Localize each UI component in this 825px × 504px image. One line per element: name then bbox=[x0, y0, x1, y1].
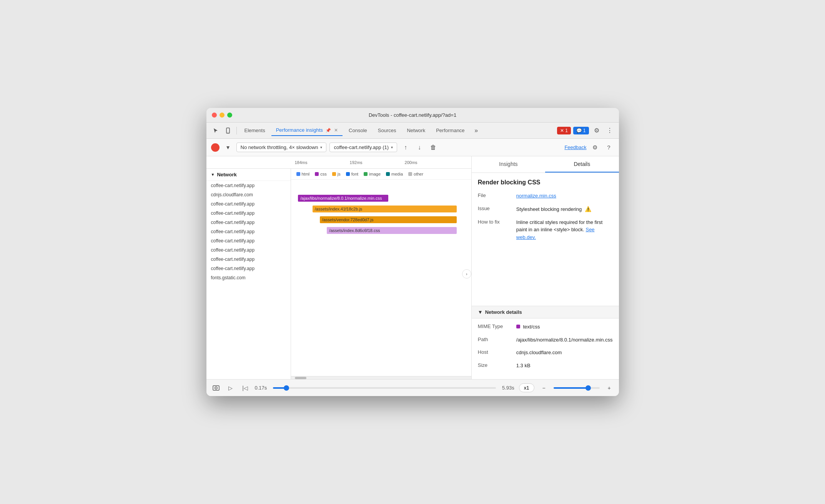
list-item[interactable]: coffee-cart.netlify.app bbox=[206, 245, 291, 255]
legend-media: media bbox=[386, 172, 403, 176]
window-title: DevTools - coffee-cart.netlify.app/?ad=1 bbox=[369, 112, 456, 118]
record-dropdown-icon[interactable]: ▾ bbox=[223, 142, 233, 153]
file-label: File bbox=[478, 192, 516, 198]
scroll-right-icon[interactable]: › bbox=[462, 269, 471, 279]
details-content: Render blocking CSS File normalize.min.c… bbox=[472, 173, 619, 306]
mime-type-row: MIME Type text/css bbox=[478, 323, 613, 331]
scroll-thumb[interactable] bbox=[295, 377, 306, 379]
more-tabs-icon[interactable]: » bbox=[471, 125, 482, 136]
time-mark-2: 192ms bbox=[350, 160, 363, 165]
error-badge[interactable]: ✕ 1 bbox=[557, 127, 571, 134]
help-icon[interactable]: ? bbox=[604, 142, 614, 153]
throttle-dropdown[interactable]: No network throttling, 4× slowdown ▾ bbox=[236, 143, 327, 152]
zoom-out-icon[interactable]: − bbox=[539, 383, 549, 393]
list-item[interactable]: coffee-cart.netlify.app bbox=[206, 218, 291, 227]
pin-icon: 📌 bbox=[326, 128, 331, 133]
tab-network[interactable]: Network bbox=[402, 125, 430, 136]
waterfall-row[interactable]: /assets/vendor.728ed0d7.js bbox=[291, 214, 471, 225]
horizontal-scrollbar[interactable] bbox=[291, 376, 471, 379]
tab-console[interactable]: Console bbox=[344, 125, 372, 136]
legend-font: font bbox=[346, 172, 358, 176]
tab-insights[interactable]: Insights bbox=[472, 156, 545, 172]
size-row: Size 1.3 kB bbox=[478, 362, 613, 370]
end-time: 5.93s bbox=[502, 385, 514, 391]
legend-image: image bbox=[364, 172, 381, 176]
tab-details[interactable]: Details bbox=[545, 156, 619, 172]
host-row: Host cdnjs.cloudflare.com bbox=[478, 349, 613, 356]
comment-badge[interactable]: 💬 1 bbox=[573, 127, 589, 134]
close-button[interactable] bbox=[212, 113, 217, 118]
tab-sources[interactable]: Sources bbox=[373, 125, 401, 136]
waterfall-row bbox=[291, 279, 471, 290]
play-icon[interactable]: ▷ bbox=[226, 383, 236, 393]
comment-icon: 💬 bbox=[576, 128, 582, 133]
zoom-track bbox=[554, 387, 588, 389]
waterfall-rows: /ajax/libs/normalize/8.0.1/normalize.min… bbox=[291, 180, 471, 303]
target-dropdown[interactable]: coffee-cart.netlify.app (1) ▾ bbox=[329, 143, 397, 152]
upload-icon[interactable]: ↑ bbox=[400, 142, 411, 153]
maximize-button[interactable] bbox=[227, 113, 232, 118]
delete-icon[interactable]: 🗑 bbox=[428, 142, 439, 153]
mime-type-label: MIME Type bbox=[478, 323, 516, 329]
zoom-slider[interactable] bbox=[554, 387, 600, 389]
mobile-icon[interactable] bbox=[223, 125, 233, 136]
settings-gear-icon[interactable]: ⚙ bbox=[590, 142, 600, 153]
waterfall-row bbox=[291, 182, 471, 193]
path-value: /ajax/libs/normalize/8.0.1/normalize.min… bbox=[516, 336, 613, 344]
feedback-button[interactable]: Feedback bbox=[564, 144, 586, 150]
list-item[interactable]: coffee-cart.netlify.app bbox=[206, 227, 291, 236]
start-time: 0.17s bbox=[255, 385, 267, 391]
waterfall-row[interactable]: /ajax/libs/normalize/8.0.1/normalize.min… bbox=[291, 193, 471, 204]
secondary-bar: ▾ No network throttling, 4× slowdown ▾ c… bbox=[206, 139, 619, 156]
tab-performance-insights[interactable]: Performance insights 📌 ✕ bbox=[271, 125, 343, 136]
list-item[interactable]: fonts.gstatic.com bbox=[206, 273, 291, 282]
waterfall-legend: html css js font bbox=[291, 169, 471, 180]
file-row: File normalize.min.css bbox=[478, 192, 613, 200]
list-item[interactable]: coffee-cart.netlify.app bbox=[206, 181, 291, 190]
skip-to-start-icon[interactable]: |◁ bbox=[240, 383, 250, 393]
settings-icon[interactable]: ⚙ bbox=[591, 125, 602, 136]
file-link[interactable]: normalize.min.css bbox=[516, 193, 556, 199]
waterfall-row[interactable]: /assets/index.41f18c2b.js bbox=[291, 204, 471, 214]
record-button[interactable] bbox=[211, 143, 220, 152]
list-item[interactable]: coffee-cart.netlify.app bbox=[206, 255, 291, 264]
issue-value: Stylesheet blocking rendering ⚠️ bbox=[516, 205, 613, 213]
zoom-in-icon[interactable]: + bbox=[604, 383, 614, 393]
waterfall-row[interactable]: /assets/index.8d6c6f18.css bbox=[291, 225, 471, 236]
list-item[interactable]: cdnjs.cloudflare.com bbox=[206, 190, 291, 199]
list-item[interactable]: coffee-cart.netlify.app bbox=[206, 199, 291, 209]
path-label: Path bbox=[478, 336, 516, 342]
host-label: Host bbox=[478, 349, 516, 355]
download-icon[interactable]: ↓ bbox=[414, 142, 425, 153]
media-legend-dot bbox=[386, 172, 390, 176]
time-mark-3: 200ms bbox=[405, 160, 417, 165]
screenshot-icon[interactable] bbox=[211, 383, 221, 393]
network-details-section[interactable]: ▼ Network details bbox=[472, 306, 619, 318]
list-item[interactable]: coffee-cart.netlify.app bbox=[206, 236, 291, 245]
list-item[interactable]: coffee-cart.netlify.app bbox=[206, 264, 291, 273]
vendor-js-bar[interactable]: /assets/vendor.728ed0d7.js bbox=[320, 216, 457, 223]
speed-selector[interactable]: x1 bbox=[519, 383, 534, 392]
waterfall-row bbox=[291, 236, 471, 247]
minimize-button[interactable] bbox=[220, 113, 225, 118]
tab-performance[interactable]: Performance bbox=[431, 125, 469, 136]
more-options-icon[interactable]: ⋮ bbox=[604, 125, 615, 136]
tab-close-icon[interactable]: ✕ bbox=[334, 128, 338, 133]
index-css-bar[interactable]: /assets/index.8d6c6f18.css bbox=[327, 227, 457, 234]
timeline-scrubber[interactable] bbox=[273, 387, 496, 389]
tab-elements[interactable]: Elements bbox=[240, 125, 270, 136]
waterfall-area: html css js font bbox=[291, 169, 471, 379]
image-legend-dot bbox=[364, 172, 368, 176]
titlebar: DevTools - coffee-cart.netlify.app/?ad=1 bbox=[206, 108, 619, 123]
list-item[interactable]: coffee-cart.netlify.app bbox=[206, 209, 291, 218]
content-area: ▼ Network coffee-cart.netlify.app cdnjs.… bbox=[206, 169, 471, 379]
zoom-thumb[interactable] bbox=[585, 385, 591, 391]
network-header[interactable]: ▼ Network bbox=[206, 169, 291, 181]
other-legend-dot bbox=[408, 172, 412, 176]
svg-point-1 bbox=[228, 132, 228, 133]
slider-thumb[interactable] bbox=[284, 385, 289, 391]
index-js-bar[interactable]: /assets/index.41f18c2b.js bbox=[313, 206, 457, 212]
normalize-css-bar[interactable]: /ajax/libs/normalize/8.0.1/normalize.min… bbox=[298, 195, 388, 202]
network-details-content: MIME Type text/css Path /ajax/libs/norma… bbox=[472, 318, 619, 379]
cursor-icon[interactable] bbox=[210, 125, 221, 136]
